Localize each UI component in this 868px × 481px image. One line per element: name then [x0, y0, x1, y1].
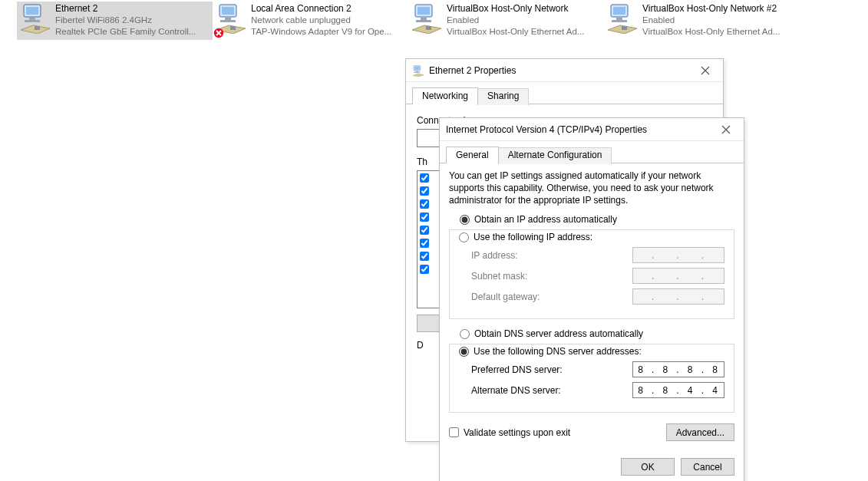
subnet-mask-input: ... [632, 268, 724, 284]
tab-alternate-configuration[interactable]: Alternate Configuration [498, 147, 612, 164]
ip-group: Use the following IP address: IP address… [449, 229, 734, 319]
svg-rect-18 [616, 18, 622, 20]
adapter-device: VirtualBox Host-Only Ethernet Ad... [642, 26, 780, 38]
network-adapter-icon [411, 3, 442, 36]
adapter-status: Network cable unplugged [251, 15, 391, 26]
radio-use-dns-label: Use the following DNS server addresses: [474, 346, 642, 357]
item-checkbox[interactable] [420, 212, 429, 222]
adapter-name: VirtualBox Host-Only Network #2 [642, 3, 780, 15]
svg-rect-8 [220, 20, 236, 22]
close-button[interactable] [691, 60, 720, 81]
network-adapter-item[interactable]: Ethernet 2 Fibertel WiFi886 2.4GHz Realt… [17, 2, 213, 40]
ethernet-tabs: Networking Sharing [406, 82, 723, 104]
ethernet-dialog-title: Ethernet 2 Properties [429, 65, 516, 76]
ipv4-dialog-title: Internet Protocol Version 4 (TCP/IPv4) P… [446, 124, 647, 135]
adapter-device: TAP-Windows Adapter V9 for Ope... [251, 26, 391, 38]
radio-use-dns[interactable] [459, 347, 469, 357]
tab-sharing[interactable]: Sharing [477, 88, 529, 105]
svg-rect-14 [416, 20, 431, 22]
alternate-dns-input[interactable]: 8. 8. 4. 4 [632, 382, 724, 398]
close-icon [721, 125, 731, 134]
adapter-device: VirtualBox Host-Only Ethernet Ad... [447, 26, 584, 38]
svg-rect-20 [622, 26, 627, 30]
svg-rect-19 [612, 20, 627, 22]
network-adapters-list: Ethernet 2 Fibertel WiFi886 2.4GHz Realt… [0, 0, 868, 40]
svg-rect-2 [29, 18, 35, 20]
svg-rect-23 [416, 71, 418, 71]
radio-obtain-dns-auto-label: Obtain DNS server address automatically [474, 328, 643, 339]
close-button[interactable] [711, 119, 741, 140]
item-checkbox[interactable] [420, 199, 429, 209]
ipv4-properties-dialog: Internet Protocol Version 4 (TCP/IPv4) P… [439, 117, 744, 481]
ipv4-intro-text: You can get IP settings assigned automat… [449, 170, 734, 206]
tab-networking[interactable]: Networking [412, 87, 478, 104]
item-checkbox[interactable] [420, 173, 429, 183]
adapter-name: Ethernet 2 [55, 3, 196, 15]
svg-rect-9 [230, 26, 236, 30]
svg-rect-22 [414, 66, 419, 69]
radio-use-ip-label: Use the following IP address: [474, 232, 592, 242]
ok-button[interactable]: OK [621, 458, 675, 476]
close-icon [701, 66, 710, 75]
item-checkbox[interactable] [420, 265, 429, 274]
radio-use-ip[interactable] [459, 232, 469, 242]
ipv4-dialog-titlebar[interactable]: Internet Protocol Version 4 (TCP/IPv4) P… [440, 118, 744, 141]
network-adapter-item[interactable]: Local Area Connection 2 Network cable un… [213, 2, 408, 40]
svg-rect-3 [25, 20, 40, 22]
cancel-button[interactable]: Cancel [681, 458, 734, 476]
svg-rect-17 [613, 7, 625, 15]
default-gateway-label: Default gateway: [471, 292, 632, 302]
ethernet-dialog-titlebar[interactable]: Ethernet 2 Properties [406, 59, 723, 82]
adapter-status: Enabled [642, 15, 780, 26]
network-adapter-icon [216, 3, 246, 36]
ipv4-dialog-body: You can get IP settings assigned automat… [440, 163, 744, 450]
alternate-dns-label: Alternate DNS server: [471, 385, 632, 396]
svg-rect-13 [421, 18, 427, 20]
network-adapter-icon [607, 3, 638, 36]
radio-obtain-dns-auto[interactable] [460, 329, 470, 339]
adapter-name: VirtualBox Host-Only Network [447, 3, 584, 15]
advanced-button[interactable]: Advanced... [666, 423, 734, 441]
preferred-dns-input[interactable]: 8. 8. 8. 8 [632, 361, 724, 377]
ipv4-dialog-buttons: OK Cancel [440, 450, 744, 481]
validate-settings-label: Validate settings upon exit [464, 427, 570, 438]
svg-rect-12 [417, 7, 430, 15]
adapter-name: Local Area Connection 2 [251, 3, 391, 15]
network-adapter-icon [412, 64, 424, 77]
dns-group: Use the following DNS server addresses: … [449, 344, 734, 413]
adapter-device: Realtek PCIe GbE Family Controll... [55, 26, 196, 38]
validate-settings-checkbox[interactable] [449, 427, 459, 437]
tab-general[interactable]: General [446, 147, 499, 163]
network-adapter-icon [20, 3, 51, 36]
subnet-mask-label: Subnet mask: [471, 271, 632, 282]
item-checkbox[interactable] [420, 186, 429, 196]
network-adapter-item[interactable]: VirtualBox Host-Only Network Enabled Vir… [408, 2, 604, 40]
item-checkbox[interactable] [420, 226, 429, 235]
default-gateway-input: ... [632, 288, 724, 305]
item-checkbox[interactable] [420, 252, 429, 261]
ip-address-input: ... [632, 247, 724, 263]
svg-rect-6 [222, 7, 234, 15]
svg-rect-24 [414, 71, 420, 72]
network-adapter-item[interactable]: VirtualBox Host-Only Network #2 Enabled … [604, 2, 800, 40]
svg-rect-1 [26, 7, 38, 15]
svg-rect-7 [225, 18, 231, 20]
radio-obtain-ip-auto[interactable] [460, 215, 470, 225]
adapter-status: Fibertel WiFi886 2.4GHz [55, 15, 196, 26]
radio-obtain-ip-auto-label: Obtain an IP address automatically [474, 214, 617, 225]
svg-rect-15 [426, 26, 431, 30]
adapter-status: Enabled [447, 15, 584, 26]
svg-rect-4 [35, 26, 40, 30]
item-checkbox[interactable] [420, 239, 429, 248]
ipv4-tabs: General Alternate Configuration [440, 141, 744, 163]
ip-address-label: IP address: [471, 250, 632, 261]
preferred-dns-label: Preferred DNS server: [471, 364, 632, 375]
